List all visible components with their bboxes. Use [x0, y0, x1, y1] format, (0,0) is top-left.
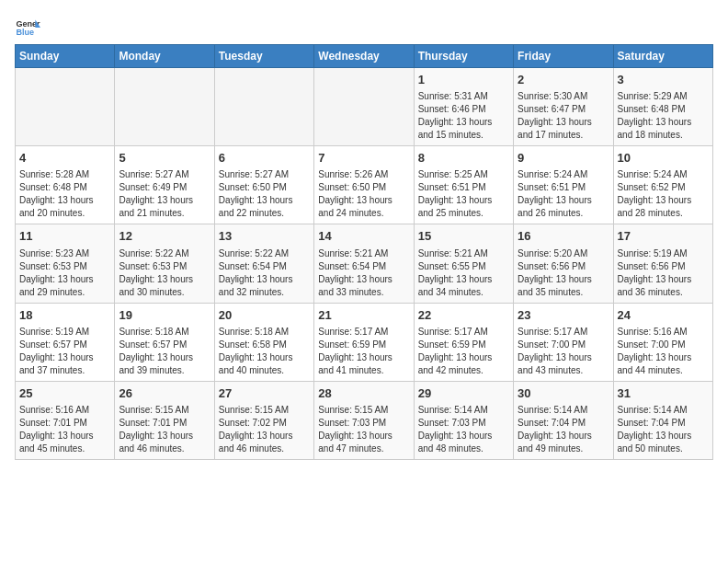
day-info: Sunrise: 5:19 AM Sunset: 6:56 PM Dayligh…	[618, 247, 709, 299]
calendar-cell: 24Sunrise: 5:16 AM Sunset: 7:00 PM Dayli…	[613, 303, 712, 381]
day-number: 16	[518, 228, 609, 245]
day-info: Sunrise: 5:16 AM Sunset: 7:01 PM Dayligh…	[19, 404, 110, 455]
day-info: Sunrise: 5:16 AM Sunset: 7:00 PM Dayligh…	[618, 326, 709, 377]
day-info: Sunrise: 5:14 AM Sunset: 7:04 PM Dayligh…	[618, 404, 709, 455]
weekday-header: Sunday	[16, 45, 115, 68]
day-number: 3	[618, 72, 709, 88]
calendar-cell: 21Sunrise: 5:17 AM Sunset: 6:59 PM Dayli…	[314, 303, 414, 381]
calendar-cell: 31Sunrise: 5:14 AM Sunset: 7:04 PM Dayli…	[613, 381, 712, 459]
day-number: 5	[119, 150, 210, 167]
calendar-cell	[214, 68, 313, 146]
calendar-cell: 5Sunrise: 5:27 AM Sunset: 6:49 PM Daylig…	[115, 146, 214, 224]
calendar-cell: 27Sunrise: 5:15 AM Sunset: 7:02 PM Dayli…	[214, 381, 313, 459]
calendar-cell: 25Sunrise: 5:16 AM Sunset: 7:01 PM Dayli…	[16, 381, 115, 459]
day-number: 14	[318, 228, 409, 245]
day-info: Sunrise: 5:17 AM Sunset: 7:00 PM Dayligh…	[518, 326, 609, 377]
day-info: Sunrise: 5:19 AM Sunset: 6:57 PM Dayligh…	[19, 326, 110, 377]
page-header: General Blue	[15, 15, 713, 40]
day-number: 22	[418, 307, 509, 324]
calendar-cell: 28Sunrise: 5:15 AM Sunset: 7:03 PM Dayli…	[314, 381, 414, 459]
day-info: Sunrise: 5:14 AM Sunset: 7:03 PM Dayligh…	[418, 404, 509, 455]
calendar-cell: 22Sunrise: 5:17 AM Sunset: 6:59 PM Dayli…	[414, 303, 513, 381]
calendar-cell: 19Sunrise: 5:18 AM Sunset: 6:57 PM Dayli…	[115, 303, 214, 381]
weekday-header: Monday	[115, 45, 214, 68]
day-info: Sunrise: 5:14 AM Sunset: 7:04 PM Dayligh…	[518, 404, 609, 455]
calendar-table: SundayMondayTuesdayWednesdayThursdayFrid…	[15, 44, 713, 460]
day-info: Sunrise: 5:21 AM Sunset: 6:54 PM Dayligh…	[318, 247, 409, 299]
weekday-header: Wednesday	[314, 45, 414, 68]
calendar-cell	[115, 68, 214, 146]
day-info: Sunrise: 5:22 AM Sunset: 6:54 PM Dayligh…	[219, 247, 310, 299]
calendar-cell: 30Sunrise: 5:14 AM Sunset: 7:04 PM Dayli…	[514, 381, 613, 459]
day-number: 12	[119, 228, 210, 245]
day-number: 23	[518, 307, 609, 324]
calendar-cell: 6Sunrise: 5:27 AM Sunset: 6:50 PM Daylig…	[214, 146, 313, 224]
day-number: 11	[19, 228, 110, 245]
day-number: 6	[219, 150, 310, 167]
day-info: Sunrise: 5:27 AM Sunset: 6:50 PM Dayligh…	[219, 168, 310, 220]
day-number: 1	[418, 72, 509, 88]
calendar-cell: 4Sunrise: 5:28 AM Sunset: 6:48 PM Daylig…	[16, 146, 115, 224]
day-number: 7	[318, 150, 409, 167]
day-number: 13	[219, 228, 310, 245]
day-number: 27	[219, 385, 310, 402]
day-info: Sunrise: 5:22 AM Sunset: 6:53 PM Dayligh…	[119, 247, 210, 299]
day-info: Sunrise: 5:29 AM Sunset: 6:48 PM Dayligh…	[618, 90, 709, 142]
day-number: 15	[418, 228, 509, 245]
weekday-header: Saturday	[613, 45, 712, 68]
day-info: Sunrise: 5:15 AM Sunset: 7:01 PM Dayligh…	[119, 404, 210, 455]
day-number: 30	[518, 385, 609, 402]
day-info: Sunrise: 5:24 AM Sunset: 6:51 PM Dayligh…	[518, 168, 609, 220]
calendar-cell: 8Sunrise: 5:25 AM Sunset: 6:51 PM Daylig…	[414, 146, 513, 224]
calendar-cell: 13Sunrise: 5:22 AM Sunset: 6:54 PM Dayli…	[214, 224, 313, 303]
calendar-cell: 18Sunrise: 5:19 AM Sunset: 6:57 PM Dayli…	[16, 303, 115, 381]
calendar-cell: 26Sunrise: 5:15 AM Sunset: 7:01 PM Dayli…	[115, 381, 214, 459]
day-info: Sunrise: 5:17 AM Sunset: 6:59 PM Dayligh…	[318, 326, 409, 377]
day-info: Sunrise: 5:28 AM Sunset: 6:48 PM Dayligh…	[19, 168, 110, 220]
day-number: 10	[618, 150, 709, 167]
day-number: 9	[518, 150, 609, 167]
calendar-cell: 7Sunrise: 5:26 AM Sunset: 6:50 PM Daylig…	[314, 146, 414, 224]
day-number: 17	[618, 228, 709, 245]
calendar-cell: 16Sunrise: 5:20 AM Sunset: 6:56 PM Dayli…	[514, 224, 613, 303]
day-info: Sunrise: 5:27 AM Sunset: 6:49 PM Dayligh…	[119, 168, 210, 220]
day-number: 4	[19, 150, 110, 167]
day-info: Sunrise: 5:31 AM Sunset: 6:46 PM Dayligh…	[418, 90, 509, 142]
weekday-header: Thursday	[414, 45, 513, 68]
calendar-header: SundayMondayTuesdayWednesdayThursdayFrid…	[16, 45, 713, 68]
day-number: 29	[418, 385, 509, 402]
svg-text:Blue: Blue	[16, 28, 34, 37]
calendar-cell: 20Sunrise: 5:18 AM Sunset: 6:58 PM Dayli…	[214, 303, 313, 381]
calendar-cell: 15Sunrise: 5:21 AM Sunset: 6:55 PM Dayli…	[414, 224, 513, 303]
day-info: Sunrise: 5:25 AM Sunset: 6:51 PM Dayligh…	[418, 168, 509, 220]
day-number: 2	[518, 72, 609, 88]
weekday-header: Friday	[514, 45, 613, 68]
day-info: Sunrise: 5:26 AM Sunset: 6:50 PM Dayligh…	[318, 168, 409, 220]
weekday-header: Tuesday	[214, 45, 313, 68]
day-number: 19	[119, 307, 210, 324]
calendar-cell: 14Sunrise: 5:21 AM Sunset: 6:54 PM Dayli…	[314, 224, 414, 303]
day-number: 25	[19, 385, 110, 402]
calendar-cell: 23Sunrise: 5:17 AM Sunset: 7:00 PM Dayli…	[514, 303, 613, 381]
day-info: Sunrise: 5:17 AM Sunset: 6:59 PM Dayligh…	[418, 326, 509, 377]
logo-icon: General Blue	[15, 15, 40, 40]
day-number: 8	[418, 150, 509, 167]
day-number: 28	[318, 385, 409, 402]
day-info: Sunrise: 5:15 AM Sunset: 7:02 PM Dayligh…	[219, 404, 310, 455]
day-info: Sunrise: 5:20 AM Sunset: 6:56 PM Dayligh…	[518, 247, 609, 299]
day-number: 18	[19, 307, 110, 324]
day-info: Sunrise: 5:23 AM Sunset: 6:53 PM Dayligh…	[19, 247, 110, 299]
logo: General Blue	[15, 15, 40, 40]
day-info: Sunrise: 5:15 AM Sunset: 7:03 PM Dayligh…	[318, 404, 409, 455]
day-info: Sunrise: 5:18 AM Sunset: 6:57 PM Dayligh…	[119, 326, 210, 377]
day-number: 31	[618, 385, 709, 402]
day-info: Sunrise: 5:24 AM Sunset: 6:52 PM Dayligh…	[618, 168, 709, 220]
calendar-cell: 1Sunrise: 5:31 AM Sunset: 6:46 PM Daylig…	[414, 68, 513, 146]
calendar-cell: 9Sunrise: 5:24 AM Sunset: 6:51 PM Daylig…	[514, 146, 613, 224]
day-number: 26	[119, 385, 210, 402]
calendar-cell	[314, 68, 414, 146]
day-number: 21	[318, 307, 409, 324]
day-number: 20	[219, 307, 310, 324]
calendar-cell: 3Sunrise: 5:29 AM Sunset: 6:48 PM Daylig…	[613, 68, 712, 146]
day-number: 24	[618, 307, 709, 324]
